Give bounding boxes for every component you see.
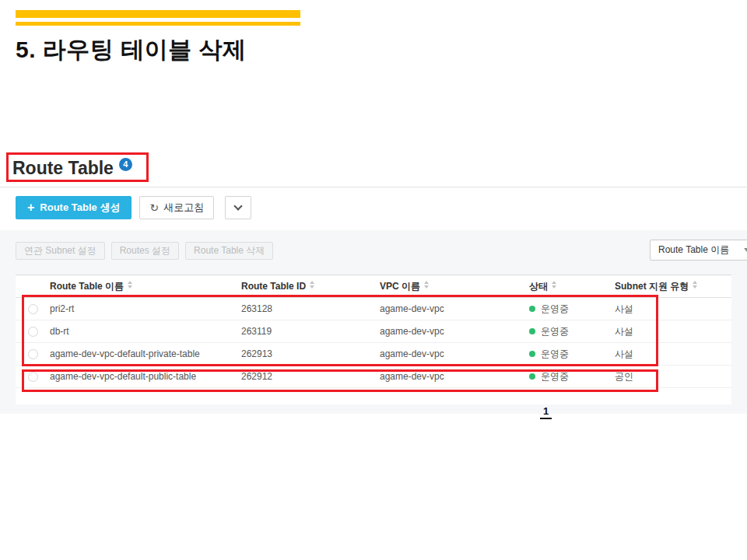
table-row[interactable]: db-rt 263119 agame-dev-vpc 운영중 사설 — [16, 320, 731, 343]
row-checkbox[interactable] — [28, 304, 38, 314]
sort-icon — [128, 281, 132, 289]
accent-bar-bottom — [16, 22, 300, 26]
cell-name: pri2-rt — [50, 303, 241, 314]
console-page-header: Route Table 4 — [12, 156, 132, 180]
refresh-icon: ↻ — [149, 201, 159, 214]
more-actions-dropdown[interactable] — [225, 196, 251, 219]
sort-icon — [424, 281, 429, 289]
column-header-name[interactable]: Route Table 이름 — [50, 280, 241, 293]
header-divider — [0, 187, 747, 187]
table-row[interactable]: agame-dev-vpc-default-public-table 26291… — [16, 366, 731, 388]
cell-status: 운영중 — [529, 370, 615, 383]
cell-subnet-type: 사설 — [615, 325, 731, 338]
sort-icon — [693, 281, 697, 289]
create-button-label: Route Table 생성 — [40, 201, 120, 215]
bulk-actions-row: 연관 Subnet 설정 Routes 설정 Route Table 삭제 — [16, 242, 273, 260]
slide-title: 5. 라우팅 테이블 삭제 — [16, 34, 247, 66]
cell-vpc: agame-dev-vpc — [380, 371, 529, 382]
cell-id: 262913 — [241, 348, 380, 359]
column-header-id[interactable]: Route Table ID — [241, 281, 380, 292]
row-checkbox[interactable] — [28, 372, 38, 382]
status-dot-green — [529, 351, 535, 357]
cell-status: 운영중 — [529, 303, 615, 316]
refresh-button-label: 새로고침 — [163, 201, 204, 215]
cell-vpc: agame-dev-vpc — [380, 326, 529, 337]
cell-subnet-type: 사설 — [615, 348, 731, 361]
delete-route-table-button[interactable]: Route Table 삭제 — [185, 242, 273, 260]
refresh-button[interactable]: ↻ 새로고침 — [139, 196, 214, 219]
row-checkbox[interactable] — [28, 349, 38, 359]
routes-settings-button[interactable]: Routes 설정 — [111, 242, 179, 260]
cell-subnet-type: 사설 — [615, 303, 731, 316]
cell-status: 운영중 — [529, 325, 615, 338]
cell-subnet-type: 공인 — [615, 370, 731, 383]
create-route-table-button[interactable]: + Route Table 생성 — [16, 196, 132, 219]
chevron-down-icon — [744, 248, 747, 252]
column-header-subnet-type[interactable]: Subnet 지원 유형 — [615, 280, 731, 293]
actions-row: + Route Table 생성 ↻ 새로고침 — [16, 196, 251, 219]
pagination-page-1[interactable]: 1 — [540, 405, 552, 419]
page-title: Route Table — [12, 158, 114, 179]
cell-id: 262912 — [241, 371, 380, 382]
row-checkbox[interactable] — [28, 327, 38, 337]
cell-id: 263119 — [241, 326, 380, 337]
table-row[interactable]: agame-dev-vpc-default-private-table 2629… — [16, 343, 731, 366]
filter-field-select[interactable]: Route Table 이름 — [650, 240, 747, 261]
table-header-row: Route Table 이름 Route Table ID VPC 이름 상태 … — [16, 275, 731, 298]
pagination: 1 — [540, 404, 552, 418]
cell-name: db-rt — [50, 326, 241, 337]
route-table-list: Route Table 이름 Route Table ID VPC 이름 상태 … — [16, 275, 731, 404]
plus-icon: + — [27, 201, 34, 215]
cell-id: 263128 — [241, 303, 380, 314]
cell-vpc: agame-dev-vpc — [380, 303, 529, 314]
count-badge: 4 — [119, 158, 132, 171]
status-dot-green — [529, 306, 535, 312]
status-dot-green — [529, 373, 535, 380]
list-panel: 연관 Subnet 설정 Routes 설정 Route Table 삭제 Ro… — [0, 230, 747, 414]
accent-bar-top — [16, 10, 300, 18]
table-row[interactable]: pri2-rt 263128 agame-dev-vpc 운영중 사설 — [16, 298, 731, 320]
sort-icon — [310, 281, 314, 289]
filter-field-label: Route Table 이름 — [658, 243, 729, 257]
column-header-vpc[interactable]: VPC 이름 — [380, 280, 529, 293]
status-dot-green — [529, 328, 535, 334]
sort-icon — [552, 281, 556, 289]
cell-name: agame-dev-vpc-default-public-table — [50, 371, 241, 382]
cell-vpc: agame-dev-vpc — [380, 348, 529, 359]
associate-subnet-button[interactable]: 연관 Subnet 설정 — [16, 242, 105, 260]
column-header-status[interactable]: 상태 — [529, 280, 615, 293]
cell-status: 운영중 — [529, 348, 615, 361]
chevron-down-icon — [233, 201, 242, 210]
cell-name: agame-dev-vpc-default-private-table — [50, 348, 241, 359]
